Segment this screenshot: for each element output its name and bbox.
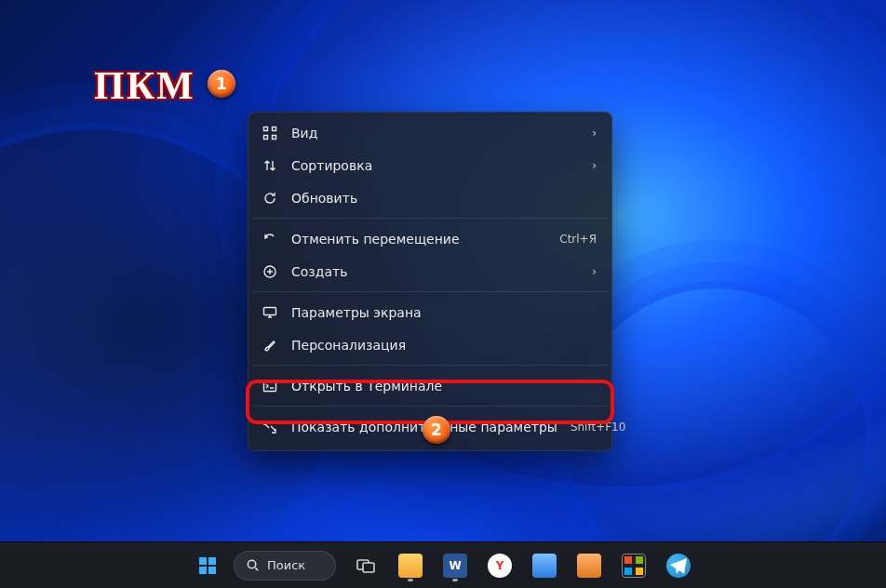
- menu-item-label: Вид: [291, 126, 579, 140]
- annotation-step-1-badge: 1: [208, 70, 235, 98]
- store-icon: [622, 554, 646, 578]
- yandex-icon: Y: [488, 554, 512, 578]
- taskbar-search[interactable]: Поиск: [234, 551, 336, 581]
- plus-circle-icon: [262, 263, 278, 280]
- expand-icon: [262, 419, 278, 435]
- menu-item-display-settings[interactable]: Параметры экрана: [248, 296, 611, 328]
- taskbar-search-label: Поиск: [267, 558, 305, 572]
- menu-item-view[interactable]: Вид ›: [248, 116, 611, 149]
- menu-item-shortcut: Ctrl+Я: [559, 233, 597, 246]
- menu-item-refresh[interactable]: Обновить: [248, 181, 611, 214]
- menu-item-label: Открыть в Терминале: [291, 379, 597, 394]
- chevron-right-icon: ›: [592, 159, 597, 172]
- sort-icon: [262, 157, 278, 174]
- view-grid-icon: [262, 125, 278, 141]
- svg-rect-14: [624, 556, 632, 564]
- svg-rect-8: [208, 557, 216, 565]
- svg-rect-9: [199, 567, 207, 574]
- menu-separator: [252, 406, 608, 407]
- start-button[interactable]: [189, 547, 226, 584]
- chevron-right-icon: ›: [592, 265, 597, 278]
- terminal-icon: [262, 378, 278, 394]
- svg-rect-0: [264, 127, 268, 130]
- svg-rect-17: [636, 568, 643, 575]
- annotation-rmb-label: ПКМ: [94, 63, 195, 108]
- taskbar-app-word[interactable]: W: [436, 547, 474, 584]
- desktop-context-menu: Вид › Сортировка › Обновить Отменить пер…: [248, 112, 612, 451]
- menu-item-shortcut: Shift+F10: [571, 421, 626, 434]
- menu-item-label: Персонализация: [291, 338, 597, 353]
- word-icon: W: [443, 554, 467, 578]
- folder-icon: [532, 554, 557, 578]
- search-icon: [246, 558, 260, 572]
- refresh-icon: [262, 190, 278, 207]
- svg-rect-16: [624, 568, 632, 575]
- menu-item-open-terminal[interactable]: Открыть в Терминале: [248, 369, 611, 402]
- annotation-step-2-badge: 2: [423, 416, 450, 444]
- menu-item-label: Параметры экрана: [291, 305, 597, 320]
- undo-icon: [262, 231, 278, 247]
- windows-logo-icon: [196, 555, 219, 577]
- svg-rect-7: [199, 557, 207, 565]
- taskbar-app-store[interactable]: [615, 547, 652, 584]
- monitor-icon: [262, 304, 278, 321]
- menu-item-create[interactable]: Создать ›: [248, 255, 611, 287]
- telegram-icon: [666, 554, 691, 578]
- taskbar-app-explorer[interactable]: [392, 547, 429, 584]
- menu-item-label: Создать: [291, 264, 579, 279]
- taskbar-app-tool[interactable]: [571, 547, 608, 584]
- menu-item-label: Отменить перемещение: [291, 232, 546, 247]
- menu-item-label: Сортировка: [291, 158, 579, 173]
- svg-rect-1: [273, 127, 276, 130]
- task-view-icon: [355, 555, 377, 577]
- svg-rect-5: [264, 307, 276, 314]
- taskbar-app-yandex[interactable]: Y: [481, 547, 518, 584]
- menu-separator: [252, 218, 608, 219]
- menu-item-personalize[interactable]: Персонализация: [248, 328, 611, 361]
- menu-item-label: Обновить: [291, 191, 597, 206]
- svg-rect-15: [636, 556, 643, 564]
- brush-icon: [262, 337, 278, 354]
- taskbar-app-files[interactable]: [526, 547, 563, 584]
- menu-separator: [252, 365, 608, 366]
- box-icon: [577, 554, 601, 578]
- svg-rect-10: [208, 567, 216, 574]
- chevron-right-icon: ›: [592, 127, 597, 140]
- file-explorer-icon: [398, 554, 423, 578]
- taskbar-app-telegram[interactable]: [660, 547, 697, 584]
- menu-item-undo-move[interactable]: Отменить перемещение Ctrl+Я: [248, 222, 611, 255]
- task-view-button[interactable]: [347, 547, 384, 584]
- menu-separator: [252, 291, 608, 292]
- taskbar: Поиск W Y: [0, 541, 886, 588]
- svg-rect-6: [264, 381, 276, 391]
- menu-item-sort[interactable]: Сортировка ›: [248, 149, 611, 181]
- svg-rect-2: [264, 135, 268, 139]
- svg-point-11: [248, 560, 255, 568]
- svg-rect-13: [363, 563, 374, 572]
- svg-rect-3: [273, 135, 276, 139]
